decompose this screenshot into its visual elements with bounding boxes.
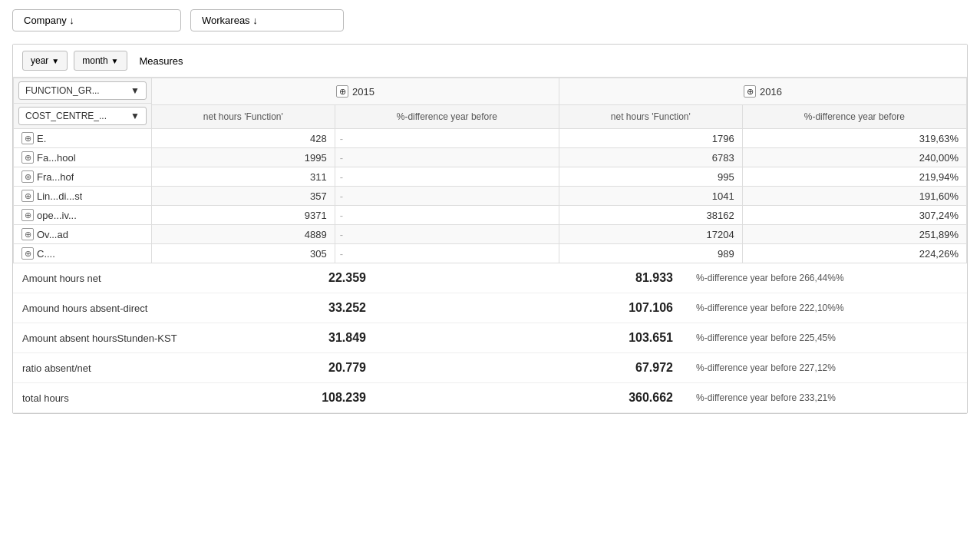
row-num-2015: 9371	[152, 206, 335, 225]
summary-row: ratio absent/net 20.779 67.972 %-differe…	[13, 353, 967, 383]
summary-val-2015: 31.849	[228, 331, 381, 345]
function-group-selector[interactable]: FUNCTION_GR... ▼	[18, 81, 147, 100]
row-label: Ov...ad	[37, 229, 68, 240]
summary-label: ratio absent/net	[13, 362, 228, 374]
summary-label: total hours	[13, 392, 228, 404]
table-row: ⊕ ope...iv... 9371 - 38162 307,24%	[14, 206, 967, 225]
row-num-2016: 989	[559, 244, 742, 263]
year-label: year	[31, 55, 48, 66]
summary-val-2016: 360.662	[535, 391, 688, 405]
month-label: month	[82, 55, 107, 66]
summary-row: Amound hours absent-direct 33.252 107.10…	[13, 293, 967, 323]
row-pct-2015: -	[335, 225, 559, 244]
measures-label: Measures	[140, 55, 183, 67]
table-row: ⊕ Lin...di...st 357 - 1041 191,60%	[14, 187, 967, 206]
col-pct-2016: %-difference year before	[742, 105, 966, 129]
row-expand-icon[interactable]: ⊕	[21, 190, 34, 202]
table-row: ⊕ Fra...hof 311 - 995 219,94%	[14, 167, 967, 187]
row-num-2015: 311	[152, 167, 335, 187]
row-num-2016: 995	[559, 167, 742, 187]
row-expand-icon[interactable]: ⊕	[21, 209, 34, 221]
month-dimension-button[interactable]: month ▼	[74, 51, 127, 71]
row-label-cell: ⊕ C....	[14, 244, 152, 263]
summary-pct-label: %-difference year before 222,10%%	[688, 303, 967, 313]
row-pct-2015: -	[335, 148, 559, 167]
cost-centre-selector[interactable]: COST_CENTRE_... ▼	[18, 107, 147, 125]
expand-2015-button[interactable]: ⊕	[336, 85, 348, 98]
row-num-2015: 1995	[152, 148, 335, 167]
summary-section: Amount hours net 22.359 81.933 %-differe…	[13, 263, 967, 413]
row-pct-2015: -	[335, 206, 559, 225]
row-expand-icon[interactable]: ⊕	[21, 170, 34, 183]
summary-row: Amount hours net 22.359 81.933 %-differe…	[13, 263, 967, 293]
row-pct-2016: 224,26%	[742, 244, 966, 263]
row-expand-icon[interactable]: ⊕	[21, 151, 34, 164]
summary-pct-label: %-difference year before 266,44%%	[688, 273, 967, 283]
summary-row: Amount absent hoursStunden-KST 31.849 10…	[13, 323, 967, 353]
table-row: ⊕ Ov...ad 4889 - 17204 251,89%	[14, 225, 967, 244]
row-num-2016: 17204	[559, 225, 742, 244]
row-label-cell: ⊕ E.	[14, 129, 152, 148]
workareas-filter-button[interactable]: Workareas ↓	[190, 9, 344, 31]
summary-label: Amound hours absent-direct	[13, 303, 228, 314]
table-row: ⊕ E. 428 - 1796 319,63%	[14, 129, 967, 148]
row-num-2015: 4889	[152, 225, 335, 244]
row-expand-icon[interactable]: ⊕	[21, 247, 34, 260]
row-pct-2016: 319,63%	[742, 129, 966, 148]
row-label-cell: ⊕ Lin...di...st	[14, 187, 152, 206]
top-filters-bar: Company ↓ Workareas ↓	[0, 0, 980, 41]
table-row: ⊕ C.... 305 - 989 224,26%	[14, 244, 967, 263]
function-group-dropdown-icon: ▼	[130, 85, 140, 96]
expand-2016-button[interactable]: ⊕	[744, 85, 756, 98]
row-num-2016: 1041	[559, 187, 742, 206]
row-num-2015: 428	[152, 129, 335, 148]
row-expand-icon[interactable]: ⊕	[21, 228, 34, 240]
summary-val-2016: 67.972	[535, 361, 688, 375]
row-label-cell: ⊕ Ov...ad	[14, 225, 152, 244]
summary-pct-label: %-difference year before 225,45%	[688, 333, 967, 343]
summary-label: Amount absent hoursStunden-KST	[13, 333, 228, 344]
column-header-row: net hours 'Function' %-difference year b…	[14, 105, 967, 129]
summary-val-2015: 20.779	[228, 361, 381, 375]
month-dropdown-icon: ▼	[111, 57, 119, 65]
year-2015-label: 2015	[352, 86, 375, 98]
year-2016-label: 2016	[760, 86, 782, 98]
row-label: C....	[37, 248, 55, 260]
row-pct-2015: -	[335, 187, 559, 206]
pivot-table: FUNCTION_GR... ▼ COST_CENTRE_... ▼	[13, 78, 967, 263]
row-label: Fa...hool	[37, 152, 76, 164]
year-header-row: FUNCTION_GR... ▼ COST_CENTRE_... ▼	[14, 78, 967, 105]
row-num-2015: 357	[152, 187, 335, 206]
year-dimension-button[interactable]: year ▼	[22, 51, 68, 71]
measures-button[interactable]: Measures	[134, 51, 190, 71]
row-label: ope...iv...	[37, 210, 77, 221]
row-num-2016: 6783	[559, 148, 742, 167]
row-pct-2016: 240,00%	[742, 148, 966, 167]
year-dropdown-icon: ▼	[51, 57, 59, 65]
company-filter-label: Company ↓	[24, 15, 74, 26]
summary-pct-label: %-difference year before 233,21%	[688, 392, 967, 403]
pivot-toolbar: year ▼ month ▼ Measures	[13, 45, 967, 78]
company-filter-button[interactable]: Company ↓	[12, 9, 181, 31]
row-label-cell: ⊕ ope...iv...	[14, 206, 152, 225]
col-pct-2015: %-difference year before	[335, 105, 559, 129]
summary-val-2016: 81.933	[535, 271, 688, 285]
row-num-2016: 38162	[559, 206, 742, 225]
row-label: Fra...hof	[37, 171, 74, 183]
main-pivot-container: year ▼ month ▼ Measures FUNCTION_GR...	[12, 44, 968, 414]
row-pct-2015: -	[335, 167, 559, 187]
row-num-2015: 305	[152, 244, 335, 263]
row-label-cell: ⊕ Fra...hof	[14, 167, 152, 187]
year-2016-header: ⊕ 2016	[559, 78, 966, 105]
row-expand-icon[interactable]: ⊕	[21, 132, 34, 144]
cost-centre-dropdown-icon: ▼	[130, 111, 140, 121]
workareas-filter-label: Workareas ↓	[202, 15, 258, 26]
summary-val-2016: 107.106	[535, 301, 688, 315]
row-pct-2015: -	[335, 129, 559, 148]
summary-val-2015: 33.252	[228, 301, 381, 315]
row-pct-2015: -	[335, 244, 559, 263]
row-label: Lin...di...st	[37, 190, 82, 202]
row-num-2016: 1796	[559, 129, 742, 148]
summary-val-2015: 22.359	[228, 271, 381, 285]
summary-label: Amount hours net	[13, 273, 228, 284]
